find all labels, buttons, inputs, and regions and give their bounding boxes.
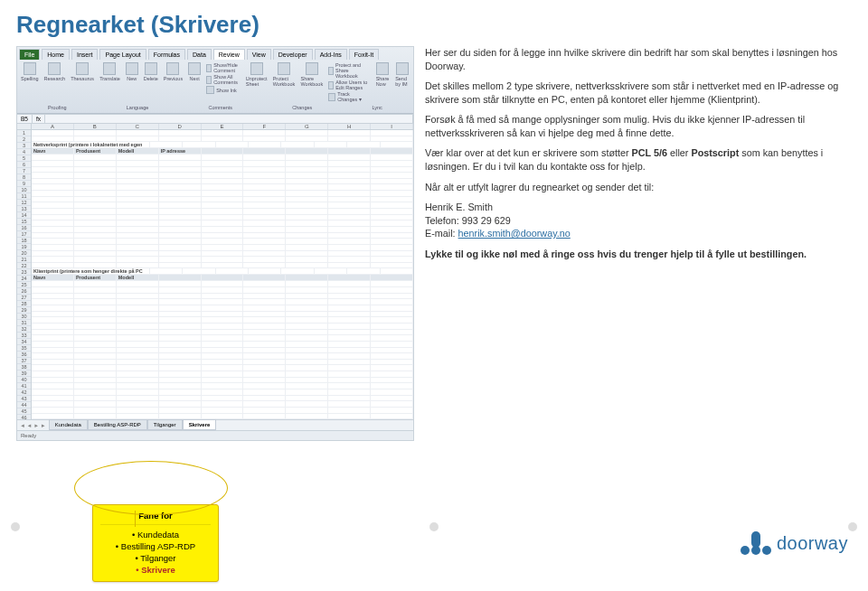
callout-box: Fane for Kundedata Bestilling ASP-RDP Ti… — [92, 504, 219, 582]
ribbon-tab-addins: Add-Ins — [315, 49, 347, 60]
svg-rect-2 — [751, 531, 760, 548]
status-bar: Ready — [17, 430, 413, 440]
ribbon-tab-foxit: Foxit-It — [349, 49, 379, 60]
ribbon-tab-developer: Developer — [273, 49, 313, 60]
ribbon-thesaurus: Thesaurus — [71, 62, 94, 102]
ribbon-tab-view: View — [247, 49, 271, 60]
ribbon-share-now: Share Now — [376, 62, 391, 102]
ribbon-tab-data: Data — [187, 49, 212, 60]
ribbon-tab-page-layout: Page Layout — [99, 49, 146, 60]
ribbon-change-opts: Protect and Share Workbook Allow Users t… — [328, 62, 370, 102]
sheet-nav: ◄ ◄ ► ► — [17, 421, 49, 430]
page-title: Regnearket (Skrivere) — [0, 0, 868, 46]
contact-block: Henrik E. Smith Telefon: 993 29 629 E-ma… — [425, 201, 852, 240]
ribbon-protect-wb: Protect Workbook — [273, 62, 296, 102]
ribbon-tab-formulas: Formulas — [148, 49, 185, 60]
para-pcl: Vær klar over at det kun er skrivere som… — [425, 146, 852, 173]
ribbon-translate: Translate — [99, 62, 120, 102]
explanation-text: Her ser du siden for å legge inn hvilke … — [425, 46, 852, 441]
contact-tel: Telefon: 993 29 629 — [425, 215, 511, 226]
logo-text: doorway — [777, 533, 848, 554]
excel-screenshot: File Home Insert Page Layout Formulas Da… — [16, 46, 414, 441]
ribbon-tab-insert: Insert — [71, 49, 99, 60]
ribbon-tab-review: Review — [213, 49, 245, 60]
doorway-logo: doorway — [739, 530, 848, 557]
callout-wrap: Fane for Kundedata Bestilling ASP-RDP Ti… — [92, 504, 219, 582]
ribbon-tabs: File Home Insert Page Layout Formulas Da… — [17, 47, 413, 60]
callout-item: Kundedata — [100, 529, 211, 540]
sheet-tabs: ◄ ◄ ► ► Kundedata Bestilling ASP-RDP Til… — [17, 419, 413, 430]
ribbon-research: Research — [44, 62, 66, 102]
callout-list: Kundedata Bestilling ASP-RDP Tilganger S… — [100, 529, 211, 576]
ribbon-comment-opts: Show/Hide Comment Show All Comments Show… — [206, 62, 241, 102]
ribbon-unprotect: Unprotect Sheet — [246, 62, 268, 102]
callout-item: Tilganger — [100, 552, 211, 564]
column-headers: A B C D E F G H I — [17, 124, 413, 130]
svg-point-3 — [762, 546, 771, 555]
para-closing: Lykke til og ikke nøl med å ringe oss hv… — [425, 248, 852, 261]
ribbon-tab-home: Home — [42, 49, 70, 60]
sheet-tab-skrivere: Skrivere — [183, 419, 217, 430]
logo-icon — [739, 530, 771, 557]
callout-item: Bestilling ASP-RDP — [100, 540, 211, 552]
ribbon: File Home Insert Page Layout Formulas Da… — [17, 47, 413, 114]
ribbon-previous: Previous — [164, 62, 183, 102]
ribbon-send-im: Send by IM — [395, 62, 410, 102]
ribbon-share: Share Workbook — [301, 62, 324, 102]
fx-label: fx — [33, 115, 45, 123]
para-intro: Her ser du siden for å legge inn hvilke … — [425, 46, 852, 72]
para-send: Når alt er utfylt lagrer du regnearket o… — [425, 181, 852, 194]
ribbon-new: New — [126, 62, 138, 102]
callout-connector — [74, 461, 228, 515]
sheet-tab-kundedata: Kundedata — [49, 419, 88, 430]
ribbon-next: Next — [188, 62, 201, 102]
fx-input — [45, 115, 413, 123]
callout-item-current: Skrivere — [100, 564, 211, 576]
ribbon-tab-file: File — [19, 49, 40, 60]
ribbon-body: Spelling Research Thesaurus Translate Ne… — [17, 60, 413, 105]
ribbon-sections: Proofing Language Comments Changes Lync — [17, 105, 413, 113]
footer-area: Fane for Kundedata Bestilling ASP-RDP Ti… — [0, 504, 868, 582]
para-types: Det skilles mellom 2 type skrivere, nett… — [425, 80, 852, 106]
contact-email[interactable]: henrik.smith@doorway.no — [458, 228, 571, 239]
contact-name: Henrik E. Smith — [425, 202, 493, 212]
ribbon-spelling: Spelling — [21, 62, 39, 102]
svg-point-0 — [741, 546, 750, 555]
ribbon-delete: Delete — [144, 62, 158, 102]
para-info: Forsøk å få med så mange opplysninger so… — [425, 113, 852, 139]
cell-ref: B5 — [17, 115, 33, 123]
formula-bar: B5 fx — [17, 114, 413, 124]
sheet-tab-bestilling: Bestilling ASP-RDP — [88, 419, 147, 430]
main-content: File Home Insert Page Layout Formulas Da… — [0, 46, 868, 441]
sheet-tab-tilganger: Tilganger — [147, 419, 183, 430]
sheet-grid: 1234567891011121314151617181920212223242… — [17, 130, 413, 419]
